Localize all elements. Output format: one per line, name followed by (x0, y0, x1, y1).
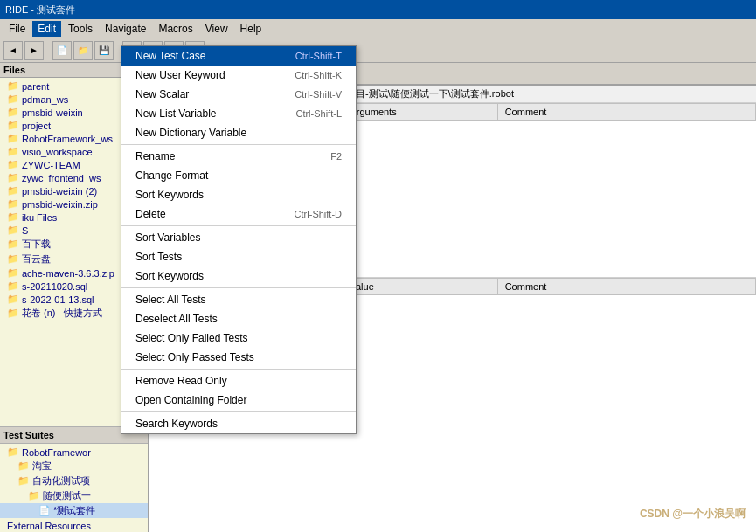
dropdown-separator (121, 411, 356, 412)
dropdown-item-label: Sort Keywords (135, 189, 204, 201)
edit-dropdown-menu: New Test CaseCtrl-Shift-TNew User Keywor… (121, 45, 357, 434)
suite-item[interactable]: 📄*测试套件 (0, 503, 148, 518)
dropdown-item-label: Remove Read Only (135, 375, 227, 387)
dropdown-item-sort-keywords[interactable]: Sort Keywords (121, 266, 356, 286)
dropdown-item-label: New List Variable (135, 107, 216, 120)
suite-tree: 📁RobotFramewor📁淘宝📁自动化测试项📁随便测试一📄*测试套件 (0, 444, 148, 520)
menu-item-help[interactable]: Help (235, 21, 267, 37)
dropdown-item-sort-tests[interactable]: Sort Tests (121, 247, 356, 266)
dropdown-item-label: Sort Tests (135, 251, 182, 263)
files-label: Files (3, 65, 25, 75)
dropdown-item-label: New Scalar (135, 88, 189, 100)
menu-item-tools[interactable]: Tools (63, 21, 98, 37)
menu-bar: FileEditToolsNavigateMacrosViewHelp (0, 19, 756, 38)
main-layout: Files ✕ 📁parent📁pdman_ws📁pmsbid-weixin📁p… (0, 63, 756, 532)
dropdown-item-shortcut: Ctrl-Shift-V (295, 89, 342, 100)
watermark: CSDN @一个小浪吴啊 (640, 507, 746, 522)
dropdown-item-label: New User Keyword (135, 69, 225, 81)
dropdown-separator (121, 287, 356, 288)
dropdown-item-label: Sort Keywords (135, 270, 204, 282)
menu-item-edit[interactable]: Edit (32, 21, 61, 37)
dropdown-item-sort-variables[interactable]: Sort Variables (121, 228, 356, 247)
dropdown-item-new-user-keyword[interactable]: New User KeywordCtrl-Shift-K (121, 66, 356, 85)
dropdown-item-new-test-case[interactable]: New Test CaseCtrl-Shift-T (121, 46, 356, 66)
dropdown-item-label: New Dictionary Variable (135, 127, 246, 139)
suite-item[interactable]: 📁自动化测试项 (0, 473, 148, 488)
dropdown-item-label: Deselect All Tests (135, 313, 218, 325)
dropdown-item-new-dictionary-variable[interactable]: New Dictionary Variable (121, 123, 356, 142)
dropdown-item-change-format[interactable]: Change Format (121, 166, 356, 185)
dropdown-item-search-keywords[interactable]: Search Keywords (121, 414, 356, 433)
dropdown-item-open-containing-folder[interactable]: Open Containing Folder (121, 390, 356, 410)
dropdown-item-label: Rename (135, 150, 175, 162)
dropdown-item-select-only-passed-tests[interactable]: Select Only Passed Tests (121, 348, 356, 367)
dropdown-item-deselect-all-tests[interactable]: Deselect All Tests (121, 309, 356, 328)
suite-item[interactable]: 📁淘宝 (0, 459, 148, 473)
tb-save[interactable]: 💾 (94, 41, 114, 60)
dropdown-item-label: Change Format (135, 169, 208, 182)
suite-item[interactable]: 📁随便测试一 (0, 488, 148, 503)
dropdown-item-new-list-variable[interactable]: New List VariableCtrl-Shift-L (121, 104, 356, 123)
menu-item-view[interactable]: View (200, 21, 233, 37)
toolbar: ◄ ► 📄 📁 💾 K T ► ⚙ (0, 38, 756, 63)
dropdown-item-select-only-failed-tests[interactable]: Select Only Failed Tests (121, 328, 356, 348)
dropdown-item-sort-keywords[interactable]: Sort Keywords (121, 185, 356, 204)
col-header-comment2: Comment (497, 279, 755, 295)
external-resources-label: External Resources (7, 521, 91, 531)
tb-new[interactable]: 📄 (52, 41, 72, 60)
col-header-value: Value (343, 279, 497, 295)
dropdown-item-label: Select Only Failed Tests (135, 332, 248, 344)
col-header-args: Arguments (343, 104, 497, 121)
dropdown-item-shortcut: Ctrl-Shift-K (295, 70, 342, 80)
dropdown-item-label: Search Keywords (135, 418, 218, 430)
dropdown-separator (121, 369, 356, 370)
dropdown-item-rename[interactable]: RenameF2 (121, 147, 356, 166)
external-resources[interactable]: External Resources (0, 520, 148, 532)
dropdown-item-label: New Test Case (135, 50, 205, 62)
dropdown-item-label: Delete (135, 208, 166, 220)
title-bar: RIDE - 测试套件 (0, 0, 756, 19)
tb-forward[interactable]: ► (24, 41, 44, 60)
menu-item-file[interactable]: File (3, 21, 31, 37)
dropdown-item-new-scalar[interactable]: New ScalarCtrl-Shift-V (121, 85, 356, 104)
menu-item-navigate[interactable]: Navigate (100, 21, 151, 37)
dropdown-separator (121, 225, 356, 226)
tb-open[interactable]: 📁 (73, 41, 93, 60)
dropdown-item-shortcut: Ctrl-Shift-D (295, 209, 342, 219)
menu-item-macros[interactable]: Macros (153, 21, 198, 37)
dropdown-item-shortcut: Ctrl-Shift-T (295, 51, 342, 61)
dropdown-item-label: Select Only Passed Tests (135, 351, 254, 363)
dropdown-item-label: Select All Tests (135, 294, 205, 306)
tb-back[interactable]: ◄ (3, 41, 23, 60)
suite-item[interactable]: 📁RobotFramewor (0, 446, 148, 459)
dropdown-item-remove-read-only[interactable]: Remove Read Only (121, 371, 356, 390)
dropdown-item-delete[interactable]: DeleteCtrl-Shift-D (121, 204, 356, 224)
col-header-comment: Comment (497, 104, 755, 121)
dropdown-separator (121, 144, 356, 145)
title-text: RIDE - 测试套件 (5, 3, 75, 17)
dropdown-item-shortcut: F2 (330, 151, 342, 162)
dropdown-item-shortcut: Ctrl-Shift-L (295, 108, 342, 119)
dropdown-item-label: Open Containing Folder (135, 394, 246, 406)
dropdown-item-select-all-tests[interactable]: Select All Tests (121, 290, 356, 309)
dropdown-item-label: Sort Variables (135, 231, 200, 244)
